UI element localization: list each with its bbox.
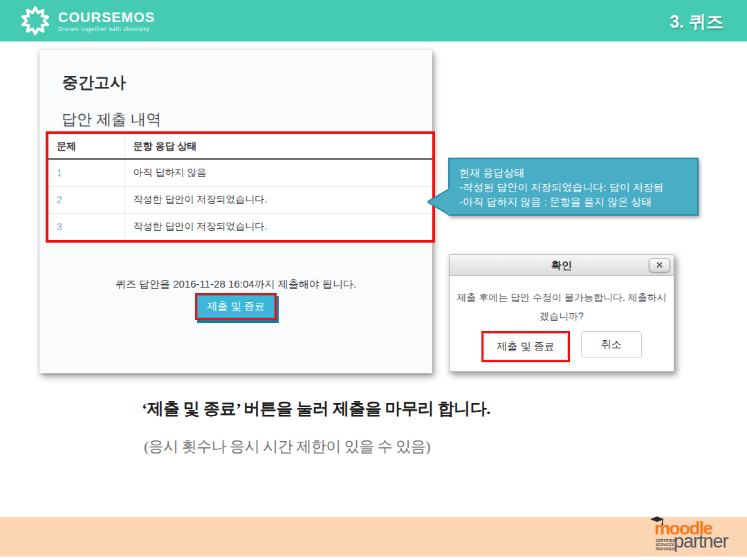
caption-sub-text: (응시 횟수나 응시 시간 제한이 있을 수 있음) bbox=[144, 436, 430, 457]
callout-line: 현재 응답상태 bbox=[459, 165, 688, 180]
status-annotation-callout: 현재 응답상태 -작성된 답안이 저장되었습니다: 답이 저장됨 -아직 답하지… bbox=[448, 158, 699, 216]
question-status: 아직 답하지 않음 bbox=[124, 159, 432, 187]
logo-tagline: Dream together with diversity. bbox=[58, 25, 155, 32]
submit-area: 제출 및 종료 bbox=[39, 293, 432, 320]
certified-services-provider-text: CERTIFIED SERVICES PROVIDER bbox=[656, 539, 675, 551]
deadline-text: 퀴즈 답안을 2016-11-28 16:04까지 제출해야 됩니다. bbox=[39, 278, 432, 291]
answer-status-table: 문제 문항 응답 상태 1 아직 답하지 않음 2 작성한 답안이 저장되었습니… bbox=[48, 134, 432, 240]
table-row: 2 작성한 답안이 저장되었습니다. bbox=[48, 187, 432, 214]
logo-title: COURSEMOS bbox=[58, 10, 155, 25]
dialog-buttons: 제출 및 종료 취소 bbox=[450, 331, 674, 362]
question-number-link[interactable]: 2 bbox=[48, 187, 124, 214]
dialog-message-line: 제출 후에는 답안 수정이 불가능합니다. 제출하시 bbox=[450, 288, 674, 307]
question-number-link[interactable]: 3 bbox=[48, 214, 124, 241]
logo-text-block: COURSEMOS Dream together with diversity. bbox=[58, 10, 155, 32]
dialog-submit-highlight-box: 제출 및 종료 bbox=[481, 331, 569, 362]
footer-bar: moodle CERTIFIED SERVICES PROVIDER partn… bbox=[0, 517, 747, 557]
page-title: 3. 퀴즈 bbox=[670, 10, 723, 33]
question-number-link[interactable]: 1 bbox=[48, 159, 124, 187]
dialog-message-line: 겠습니까? bbox=[450, 307, 674, 326]
submit-button-highlight-box: 제출 및 종료 bbox=[195, 293, 276, 320]
submission-summary-heading: 답안 제출 내역 bbox=[62, 109, 161, 130]
table-header-row: 문제 문항 응답 상태 bbox=[48, 134, 432, 159]
table-row: 1 아직 답하지 않음 bbox=[48, 159, 432, 187]
callout-line: -아직 답하지 않음 : 문항을 풀지 않은 상태 bbox=[459, 194, 688, 209]
dialog-submit-and-finish-button[interactable]: 제출 및 종료 bbox=[483, 333, 567, 360]
confirm-dialog: 확인 ✕ 제출 후에는 답안 수정이 불가능합니다. 제출하시 겠습니까? 제출… bbox=[449, 254, 674, 372]
quiz-summary-panel: 중간고사 답안 제출 내역 문제 문항 응답 상태 1 아직 답하지 않음 2 bbox=[39, 50, 432, 373]
cert-line: PROVIDER bbox=[656, 547, 675, 551]
dialog-cancel-button[interactable]: 취소 bbox=[581, 331, 642, 358]
column-header-question: 문제 bbox=[48, 134, 124, 159]
coursemos-logo[interactable]: COURSEMOS Dream together with diversity. bbox=[19, 5, 155, 37]
submit-and-finish-button[interactable]: 제출 및 종료 bbox=[197, 295, 274, 318]
dialog-title: 확인 bbox=[450, 255, 674, 275]
starburst-icon bbox=[19, 5, 51, 37]
column-header-status: 문항 응답 상태 bbox=[124, 134, 432, 159]
quiz-title: 중간고사 bbox=[62, 72, 126, 93]
header-bar: COURSEMOS Dream together with diversity.… bbox=[0, 0, 747, 41]
moodle-partner-logo: moodle CERTIFIED SERVICES PROVIDER partn… bbox=[649, 519, 732, 554]
table-row: 3 작성한 답안이 저장되었습니다. bbox=[48, 214, 432, 241]
close-icon[interactable]: ✕ bbox=[649, 258, 670, 272]
caption-main-text: ‘제출 및 종료’ 버튼을 눌러 제출을 마무리 합니다. bbox=[142, 398, 490, 420]
dialog-titlebar[interactable]: 확인 ✕ bbox=[450, 255, 674, 276]
callout-pointer-icon bbox=[427, 188, 450, 216]
status-table-highlight-box: 문제 문항 응답 상태 1 아직 답하지 않음 2 작성한 답안이 저장되었습니… bbox=[46, 131, 435, 243]
question-status: 작성한 답안이 저장되었습니다. bbox=[124, 187, 432, 214]
partner-wordmark: partner bbox=[674, 532, 728, 551]
callout-line: -작성된 답안이 저장되었습니다: 답이 저장됨 bbox=[459, 180, 688, 194]
question-status: 작성한 답안이 저장되었습니다. bbox=[124, 214, 432, 241]
dialog-message: 제출 후에는 답안 수정이 불가능합니다. 제출하시 겠습니까? bbox=[450, 288, 674, 326]
slide: COURSEMOS Dream together with diversity.… bbox=[0, 0, 747, 560]
